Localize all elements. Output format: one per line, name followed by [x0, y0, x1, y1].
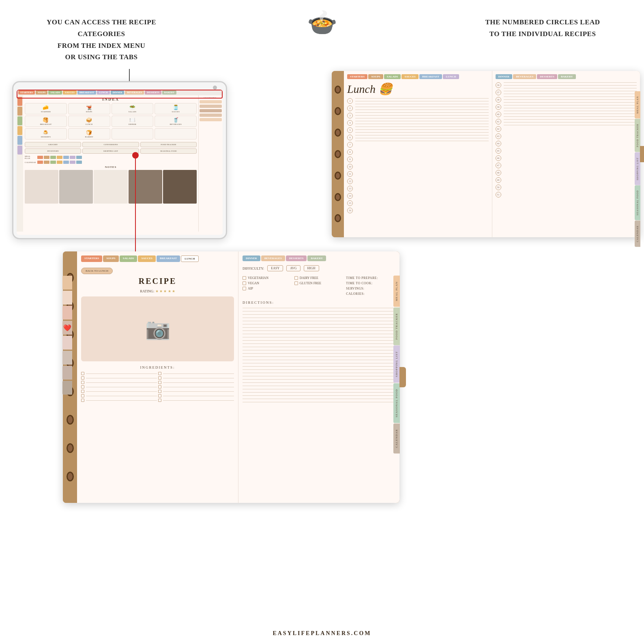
right-circle-16[interactable]: 51: [496, 192, 501, 197]
check-11[interactable]: [81, 394, 84, 397]
right-circle-15[interactable]: 50: [496, 185, 501, 190]
check-12[interactable]: [158, 394, 161, 397]
meal-box-5[interactable]: [63, 156, 69, 159]
pbtab-breakfast[interactable]: BREAKFAST: [157, 255, 180, 262]
link-inventory[interactable]: INVENTORY: [25, 148, 81, 154]
note-3[interactable]: [94, 170, 127, 204]
pb-side-food-tracker[interactable]: FOOD TRACKER: [393, 307, 400, 345]
ptab-salads[interactable]: SALADS: [384, 74, 401, 79]
rtab-desserts[interactable]: DESSERTS: [537, 74, 557, 79]
rtab-beverages[interactable]: BEVERAGES: [513, 74, 536, 79]
side-tab-lunch[interactable]: [17, 146, 22, 155]
right-circle-2[interactable]: 37: [496, 90, 501, 95]
cal-box-7[interactable]: [76, 161, 82, 164]
meal-box-2[interactable]: [44, 156, 49, 159]
meal-box-7[interactable]: [76, 156, 82, 159]
pb-side-meal-plan[interactable]: MEAL PLAN: [393, 276, 400, 307]
left-tab-1[interactable]: [62, 276, 72, 290]
recipe-circle-10[interactable]: 10: [347, 164, 353, 170]
pbtab-starters[interactable]: STARTERS: [81, 255, 102, 262]
category-breakfast[interactable]: 🥞BREAKFAST: [25, 116, 67, 127]
cal-box-4[interactable]: [57, 161, 62, 164]
ptab-sauces[interactable]: SAUCES: [401, 74, 419, 79]
link-seasonal[interactable]: SEASONAL FOOD: [140, 148, 197, 154]
tab-salads[interactable]: SALADS: [48, 90, 62, 94]
recipe-circle-16[interactable]: 16: [347, 208, 353, 213]
left-tab-6[interactable]: [62, 351, 72, 365]
tab-soups[interactable]: SOUPS: [36, 90, 47, 94]
recipe-circle-6[interactable]: 6: [347, 135, 353, 140]
rating-stars[interactable]: ★ ★ ★ ★ ★: [155, 289, 175, 293]
section-bar-1[interactable]: [200, 100, 222, 103]
right-circle-8[interactable]: 43: [496, 133, 501, 139]
pbtab-soups[interactable]: SOUPS: [103, 255, 119, 262]
right-circle-4[interactable]: 39: [496, 104, 501, 110]
section-bar-2[interactable]: [200, 105, 222, 108]
pb-side-shopping-list[interactable]: SHOPPING LIST: [393, 346, 400, 383]
side-tab-salads[interactable]: [17, 116, 22, 125]
check-4[interactable]: [81, 385, 84, 389]
recipe-circle-15[interactable]: 15: [347, 200, 353, 206]
link-grocery[interactable]: GROCERY: [25, 142, 81, 147]
back-to-lunch-button[interactable]: BACK TO LUNCH: [81, 268, 113, 274]
rtab-dinner[interactable]: DINNER: [496, 74, 513, 79]
pbtab-sauces[interactable]: SAUCES: [138, 255, 156, 262]
note-2[interactable]: [59, 170, 93, 204]
note-4[interactable]: [129, 170, 162, 204]
left-tab-3[interactable]: [62, 306, 72, 320]
check-vegetarian[interactable]: [243, 276, 246, 280]
side-tab-meal-plan[interactable]: MEAL PLAN: [635, 91, 640, 118]
side-tab-starters[interactable]: [17, 97, 22, 106]
section-bar-3[interactable]: [200, 109, 222, 112]
difficulty-avg[interactable]: AVG: [286, 265, 300, 271]
meal-box-1[interactable]: [37, 156, 43, 159]
ptab-breakfast[interactable]: BREAKFAST: [419, 74, 442, 79]
tab-starters[interactable]: STARTERS: [18, 90, 35, 94]
recipe-circle-2[interactable]: 2: [347, 105, 353, 111]
section-bar-5[interactable]: [200, 118, 222, 121]
difficulty-high[interactable]: HIGH: [304, 265, 319, 271]
ptab-lunch[interactable]: LUNCH: [443, 74, 459, 79]
side-tab-seasonal-food[interactable]: SEASONAL FOOD: [635, 185, 640, 220]
side-tab-sauces[interactable]: [17, 126, 22, 135]
recipe-circle-12[interactable]: 12: [347, 178, 353, 184]
cal-box-2[interactable]: [44, 161, 49, 164]
category-sauces[interactable]: 🫙SAUCES: [155, 103, 197, 114]
tab-lunch[interactable]: LUNCH: [97, 90, 110, 94]
difficulty-easy[interactable]: EASY: [267, 265, 283, 271]
pbrtab-beverages[interactable]: BEVERAGES: [261, 255, 285, 261]
link-food-tracker[interactable]: FOOD TRACKER: [140, 142, 197, 147]
right-circle-12[interactable]: 47: [496, 163, 501, 168]
category-soups[interactable]: 🫕SOUPS: [68, 103, 110, 114]
check-13[interactable]: [81, 399, 84, 402]
tab-bakery[interactable]: BAKERY: [162, 90, 176, 94]
category-lunch[interactable]: 🥪LUNCH: [68, 116, 110, 127]
right-circle-5[interactable]: 40: [496, 112, 501, 117]
meal-box-6[interactable]: [70, 156, 75, 159]
check-aip[interactable]: [243, 287, 246, 290]
rtab-bakery[interactable]: BAKERY: [558, 74, 576, 79]
recipe-circle-14[interactable]: 14: [347, 193, 353, 199]
recipe-circle-4[interactable]: 4: [347, 120, 353, 126]
category-salads[interactable]: 🥗SALADS: [112, 103, 154, 114]
right-circle-13[interactable]: 48: [496, 170, 501, 176]
meal-box-4[interactable]: [57, 156, 62, 159]
recipe-circle-1[interactable]: 1: [347, 98, 353, 104]
right-circle-7[interactable]: 42: [496, 126, 501, 132]
left-tab-heart[interactable]: ❤️: [62, 321, 72, 335]
meal-box-3[interactable]: [50, 156, 56, 159]
check-9[interactable]: [158, 385, 161, 389]
right-circle-11[interactable]: 46: [496, 155, 501, 161]
check-6[interactable]: [158, 372, 161, 375]
pbtab-salads[interactable]: SALADS: [120, 255, 137, 262]
right-circle-1[interactable]: 36: [496, 82, 501, 88]
check-gluten[interactable]: [294, 281, 298, 285]
category-starters[interactable]: 🧀STARTERS: [25, 103, 67, 114]
pb-side-calendar[interactable]: CALENDAR: [393, 423, 400, 453]
side-tab-calendar[interactable]: CALENDAR: [635, 221, 640, 247]
ptab-starters[interactable]: STARTERS: [347, 74, 367, 79]
side-tab-food-tracker[interactable]: FOOD TRACKER: [635, 119, 640, 152]
tab-beverages[interactable]: BEVERAGES: [125, 90, 144, 94]
note-1[interactable]: [25, 170, 58, 204]
ptab-soups[interactable]: SOUPS: [368, 74, 383, 79]
